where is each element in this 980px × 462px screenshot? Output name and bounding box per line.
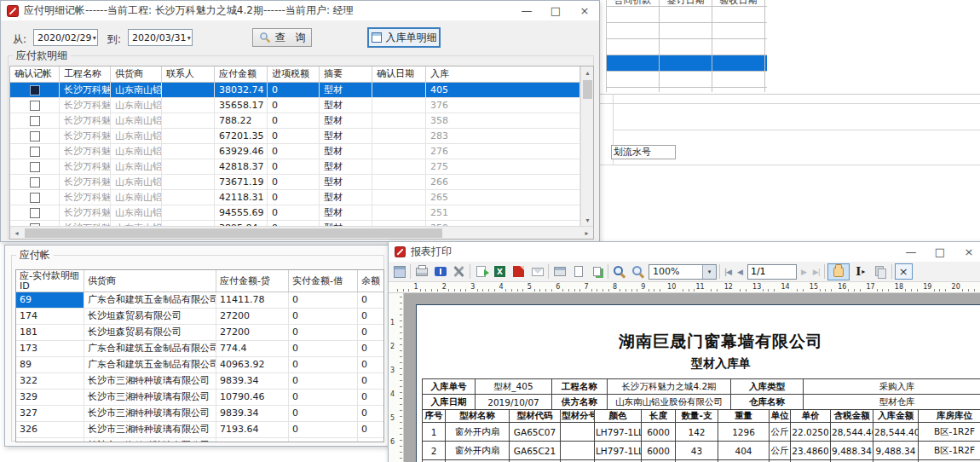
chevron-down-icon[interactable]	[91, 30, 97, 45]
table-row[interactable]: 长沙万科魅力...山东南山铝业...35658.170型材376	[10, 98, 580, 113]
minimize-button[interactable]: —	[512, 1, 541, 20]
last-page-button[interactable]	[811, 268, 821, 276]
page-icon[interactable]	[570, 263, 586, 280]
column-header[interactable]: 联系人	[162, 66, 215, 82]
scrollbar-thumb[interactable]	[583, 80, 592, 99]
row-checkbox[interactable]	[30, 147, 40, 157]
pdf-icon[interactable]	[510, 263, 527, 280]
zoom-in-icon[interactable]	[611, 263, 627, 280]
next-page-button[interactable]	[799, 268, 809, 276]
table-row[interactable]: 长沙万科魅力...山东南山铝业...788.220型材358	[10, 113, 580, 129]
table-row[interactable]	[607, 23, 767, 39]
row-checkbox[interactable]	[30, 116, 40, 126]
first-page-button[interactable]	[723, 268, 733, 276]
table-row[interactable]: 173广东合和建筑五金制品有限公司774.400	[16, 341, 383, 357]
table-row[interactable]: 322长沙市三湘特种玻璃有限公司9839.3400	[16, 373, 383, 390]
table-row[interactable]: 长沙万科魅力...山东南山铝业...67201.350型材283	[10, 129, 580, 144]
to-date-select[interactable]: 2020/03/31	[128, 29, 193, 46]
column-header[interactable]: 供货商	[111, 66, 162, 82]
column-header[interactable]: 应付金额-贷	[216, 270, 289, 292]
row-checkbox[interactable]	[30, 208, 40, 218]
table-row[interactable]: 长沙万科魅力...山东南山铝业...94555.690型材251	[10, 205, 580, 221]
row-checkbox[interactable]	[30, 177, 40, 188]
close-preview-button[interactable]	[895, 263, 913, 280]
page-number-input[interactable]	[747, 264, 797, 280]
serial-number-field[interactable]: 划流水号	[611, 145, 676, 159]
query-button[interactable]: 查 询	[252, 28, 312, 47]
tools-icon[interactable]	[451, 263, 467, 280]
from-date-select[interactable]: 2020/02/29	[33, 29, 98, 46]
scrollbar-thumb[interactable]	[25, 228, 442, 238]
table-row[interactable]	[607, 72, 767, 88]
prev-page-button[interactable]	[735, 268, 745, 276]
scroll-left-icon[interactable]	[10, 227, 23, 239]
inbound-detail-button[interactable]: 入库单明细	[367, 27, 441, 48]
table-row[interactable]: 长沙万科魅力...山东南山铝业...42818.370型材275	[10, 159, 580, 175]
maximize-button[interactable]: □	[541, 1, 570, 20]
table-row[interactable]: 长沙万科魅力...山东南山铝业...73671.190型材266	[10, 175, 580, 190]
table-row[interactable]	[607, 39, 767, 55]
table-row[interactable]: 329长沙市三湘特种玻璃有限公司10790.4600	[16, 390, 383, 406]
column-header[interactable]: 入库	[426, 66, 580, 82]
titlebar[interactable]: 报表打印 — □ ×	[389, 242, 980, 262]
row-checkbox[interactable]	[30, 162, 40, 172]
table-cell: 山东南山铝业...	[111, 113, 162, 128]
export-icon[interactable]	[473, 263, 489, 280]
preview-area[interactable]: 123456 湖南巨晟门窗幕墙有限公司 型材入库单 入库单号型材_405工程名称…	[389, 293, 980, 462]
table-row[interactable]: 327长沙市三湘特种玻璃有限公司9839.3400	[16, 406, 383, 422]
column-header[interactable]: 应-实付款明细ID	[16, 270, 84, 292]
hand-tool-button[interactable]	[827, 263, 850, 280]
zoom-select[interactable]: 100%	[649, 264, 717, 280]
titlebar[interactable]: 应付明细记帐------当前工程: 长沙万科魅力之城4.2期------当前用户…	[1, 1, 599, 20]
text-select-tool-button[interactable]	[852, 263, 869, 280]
table-row[interactable]: 181长沙坦森贸易有限公司2720000	[16, 325, 383, 341]
horizontal-scrollbar[interactable]	[10, 226, 593, 239]
zoom-out-icon[interactable]	[630, 263, 646, 280]
book-glyph	[435, 267, 447, 276]
row-checkbox[interactable]	[30, 193, 40, 203]
table-cell: 0	[289, 341, 358, 356]
row-checkbox[interactable]	[30, 101, 40, 111]
chevron-down-icon[interactable]	[702, 265, 716, 279]
table-cell	[712, 7, 765, 22]
table-row[interactable]: 326长沙市三湘特种玻璃有限公司7193.6400	[16, 422, 383, 438]
column-header[interactable]: 进项税额	[268, 66, 320, 82]
maximize-button[interactable]: □	[925, 242, 954, 262]
table-row[interactable]: 长沙万科魅力...山东南山铝业...38032.740型材405	[10, 83, 580, 98]
excel-icon[interactable]	[492, 263, 508, 280]
table-row[interactable]: 174长沙坦森贸易有限公司2720000	[16, 309, 383, 325]
row-checkbox[interactable]	[30, 85, 40, 95]
scroll-down-icon[interactable]	[581, 214, 594, 226]
row-checkbox[interactable]	[30, 131, 40, 141]
close-button[interactable]: ×	[570, 1, 599, 20]
column-header[interactable]: 工程名称	[60, 66, 111, 82]
table-row[interactable]	[607, 88, 767, 92]
column-header[interactable]: 余额	[358, 270, 384, 292]
scroll-right-icon[interactable]	[580, 227, 593, 239]
column-header[interactable]: 确认记帐	[10, 66, 60, 82]
vertical-scrollbar[interactable]	[580, 66, 593, 226]
pages-icon[interactable]	[589, 263, 605, 280]
close-button[interactable]: ×	[954, 242, 980, 262]
chevron-down-icon[interactable]	[186, 30, 192, 45]
print-icon[interactable]	[413, 263, 429, 280]
designer-icon[interactable]	[391, 263, 407, 280]
minimize-button[interactable]: —	[896, 242, 925, 262]
table-row[interactable]	[607, 55, 767, 72]
table-row[interactable]: 89广东合和建筑五金制品有限公司40963.9200	[16, 357, 383, 373]
column-header[interactable]: 确认日期	[372, 66, 426, 82]
copy-button[interactable]	[872, 263, 889, 280]
print-setup-icon[interactable]	[551, 263, 568, 280]
column-header[interactable]: 实付金额-借	[289, 270, 358, 292]
table-row[interactable]: 长沙万科魅力...山东南山铝业...63929.460型材276	[10, 144, 580, 159]
book-icon[interactable]	[432, 263, 448, 280]
column-header[interactable]: 供货商	[84, 270, 216, 292]
table-row[interactable]: 长沙市三湘特种玻璃有限公司	[16, 438, 383, 442]
column-header[interactable]: 应付金额	[215, 66, 268, 82]
table-row[interactable]	[607, 7, 767, 23]
table-row[interactable]: 长沙万科魅力...山东南山铝业...42118.310型材265	[10, 190, 580, 205]
scroll-up-icon[interactable]	[581, 66, 594, 78]
table-row[interactable]: 69广东合和建筑五金制品有限公司11411.7800	[16, 292, 383, 309]
column-header[interactable]: 摘要	[320, 66, 372, 82]
mail-icon[interactable]	[529, 263, 545, 280]
